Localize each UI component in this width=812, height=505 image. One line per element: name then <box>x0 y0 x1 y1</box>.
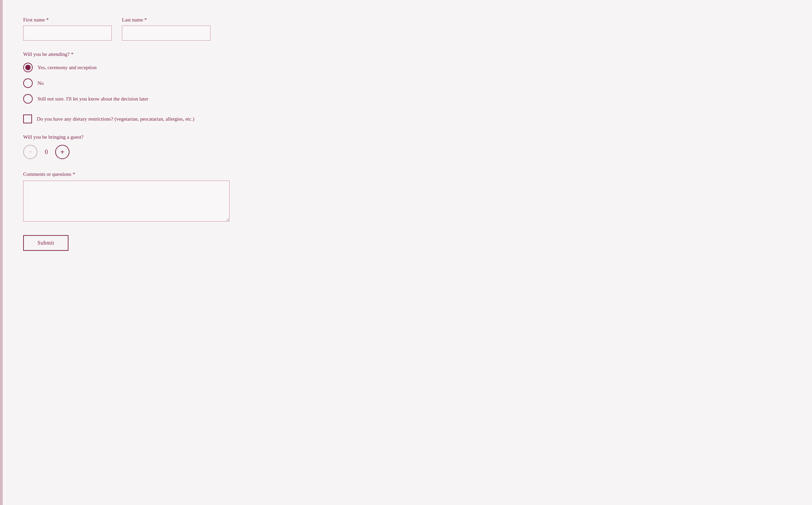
radio-label-yes: Yes, ceremony and reception <box>37 65 96 71</box>
comments-textarea[interactable] <box>23 181 230 221</box>
radio-label-maybe: Still not sure. I'll let you know about … <box>37 96 149 102</box>
radio-circle-yes[interactable] <box>23 63 33 72</box>
form-container: First name * Last name * Will you be att… <box>3 0 309 505</box>
dietary-checkbox-item[interactable]: Do you have any dietary restrictions? (v… <box>23 114 289 123</box>
submit-button[interactable]: Submit <box>23 235 68 251</box>
attending-section: Will you be attending? * Yes, ceremony a… <box>23 51 289 104</box>
dietary-checkbox-label: Do you have any dietary restrictions? (v… <box>37 116 194 122</box>
first-name-label: First name * <box>23 17 112 23</box>
radio-label-no: No <box>37 80 44 86</box>
dietary-section: Do you have any dietary restrictions? (v… <box>23 114 289 123</box>
left-accent-bar <box>0 0 3 505</box>
radio-circle-no[interactable] <box>23 78 33 88</box>
radio-item-yes[interactable]: Yes, ceremony and reception <box>23 63 289 72</box>
first-name-group: First name * <box>23 17 112 41</box>
comments-section: Comments or questions * <box>23 171 289 223</box>
radio-circle-maybe[interactable] <box>23 94 33 104</box>
guest-section: Will you be bringing a guest? − 0 + <box>23 134 289 159</box>
radio-item-no[interactable]: No <box>23 78 289 88</box>
guest-count-value: 0 <box>43 149 50 156</box>
first-name-input[interactable] <box>23 26 112 41</box>
last-name-label: Last name * <box>122 17 210 23</box>
last-name-input[interactable] <box>122 26 210 41</box>
guest-increment-button[interactable]: + <box>55 145 69 159</box>
dietary-checkbox[interactable] <box>23 114 32 123</box>
guest-label: Will you be bringing a guest? <box>23 134 289 140</box>
guest-decrement-button[interactable]: − <box>23 145 37 159</box>
guest-stepper: − 0 + <box>23 145 289 159</box>
attending-radio-group: Yes, ceremony and reception No Still not… <box>23 63 289 104</box>
radio-item-maybe[interactable]: Still not sure. I'll let you know about … <box>23 94 289 104</box>
last-name-group: Last name * <box>122 17 210 41</box>
comments-label: Comments or questions * <box>23 171 289 177</box>
name-row: First name * Last name * <box>23 17 289 41</box>
attending-label: Will you be attending? * <box>23 51 289 57</box>
